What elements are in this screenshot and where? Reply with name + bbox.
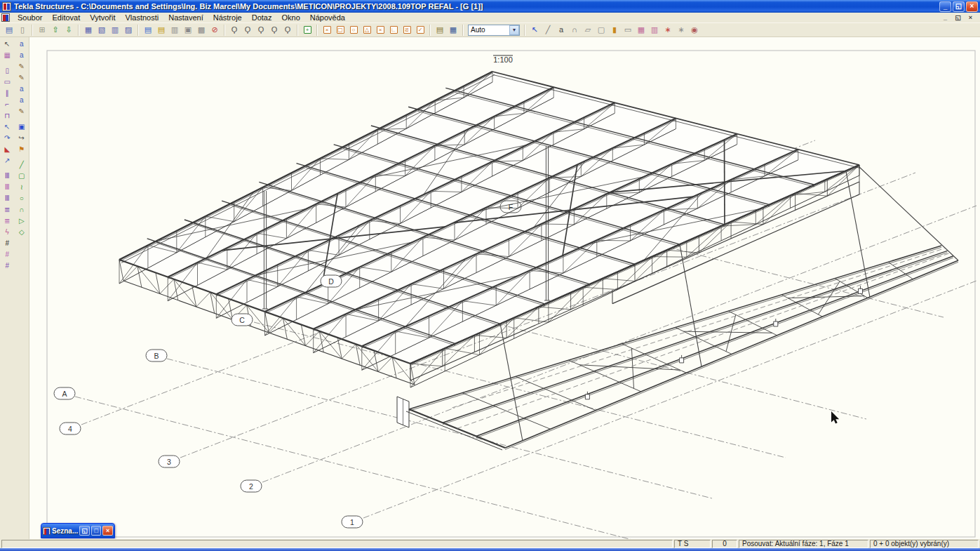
menu-nastaveni[interactable]: Nastavení (163, 13, 208, 23)
frame-tool-2-button[interactable]: ≣ (1, 215, 13, 227)
named-views-button[interactable]: ▤ (155, 24, 168, 36)
snap-perpendicular-button[interactable]: ∟ (387, 24, 400, 36)
select-columns-button[interactable]: ▮ (608, 24, 621, 36)
new-view-button[interactable]: ▤ (142, 24, 154, 36)
create-curved-beam-button[interactable]: ↷ (1, 133, 13, 144)
phase-manager-button[interactable]: ▯ (16, 24, 29, 36)
mdi-close-button[interactable]: × (965, 13, 976, 22)
create-twin-profile-button[interactable]: ∥ (1, 88, 13, 99)
export-button[interactable]: ⇩ (62, 24, 75, 36)
select-objects-button[interactable]: ▭ (622, 24, 634, 36)
pan-button[interactable]: + (301, 24, 314, 36)
select-planes-button[interactable]: ▱ (582, 24, 594, 36)
select-components-button[interactable]: ◉ (688, 24, 701, 36)
menu-dotaz[interactable]: Dotaz (247, 13, 277, 23)
menu-nastroje[interactable]: Nástroje (208, 13, 247, 23)
zoom-out-button[interactable]: Ϙ (241, 24, 254, 36)
purlin-tool-2-button[interactable]: Ⅲ (1, 182, 13, 193)
minimize-button[interactable]: _ (939, 1, 951, 12)
purlin-tool-1-button[interactable]: Ⅲ (1, 171, 13, 182)
menu-vlastnosti[interactable]: Vlastnosti (121, 13, 164, 23)
steel-part-tool-button[interactable]: ▣ (15, 121, 28, 133)
view-list-button[interactable]: ▥ (168, 24, 181, 36)
mark-tool-2-button[interactable]: ✎ (15, 72, 28, 84)
grid-tool-1-button[interactable]: # (1, 238, 13, 249)
menu-soubor[interactable]: Soubor (13, 13, 47, 23)
zoom-window-button[interactable]: Ϙ (255, 24, 267, 36)
select-all-button[interactable]: ↖ (528, 24, 541, 36)
purlin-tool-3-button[interactable]: Ⅲ (1, 193, 13, 204)
report-button[interactable]: ⊞ (36, 24, 48, 36)
select-welds-button[interactable]: ∗ (662, 24, 674, 36)
select-curves-button[interactable]: ∩ (568, 24, 581, 36)
zoom-previous-button[interactable]: Ϙ (268, 24, 281, 36)
draw-polyline-button[interactable]: ≀ (15, 182, 28, 193)
render-parts-button[interactable]: ▤ (434, 24, 446, 36)
create-polybeam-button[interactable]: ↖ (1, 121, 13, 133)
label-part-4-button[interactable]: a (15, 95, 28, 106)
model-view-area[interactable]: A B C D F 4 3 2 1 1:100 (29, 37, 980, 539)
mark-tool-1-button[interactable]: ✎ (15, 61, 28, 72)
mini-restore-button[interactable]: ◱ (79, 526, 90, 536)
label-part-1-button[interactable]: a (15, 39, 28, 50)
draw-circle-button[interactable]: ○ (15, 193, 28, 204)
draw-rectangle-button[interactable]: ▢ (15, 171, 28, 182)
menu-editovat[interactable]: Editovat (47, 13, 85, 23)
draw-line-button[interactable]: ╱ (15, 159, 28, 171)
snap-points-button[interactable]: × (321, 24, 333, 36)
mdi-minimize-button[interactable]: _ (940, 13, 951, 22)
snap-free-button[interactable]: ✓ (414, 24, 427, 36)
bolt-tool-button[interactable]: ϟ (1, 227, 13, 238)
menu-napoveda[interactable]: Nápověda (305, 13, 350, 23)
grid-tool-3-button[interactable]: # (1, 260, 13, 272)
jump-tool-button[interactable]: ↪ (15, 133, 28, 144)
zoom-original-button[interactable]: Ϙ (281, 24, 294, 36)
select-parts-button[interactable]: ╱ (542, 24, 554, 36)
draw-arc-button[interactable]: ∩ (15, 204, 28, 215)
select-tool-button[interactable]: ↖ (1, 39, 13, 50)
snap-intersection-button[interactable]: × (374, 24, 387, 36)
label-part-3-button[interactable]: a (15, 84, 28, 95)
minimized-list-window[interactable]: Sezna... ◱ □ × (41, 523, 115, 538)
snap-midpoint-button[interactable]: △ (361, 24, 373, 36)
create-slab-button[interactable]: ⊓ (1, 110, 13, 121)
mini-maximize-button[interactable]: □ (91, 526, 102, 536)
create-column-button[interactable]: ▯ (1, 65, 13, 77)
draw-polygon-button[interactable]: ▷ (15, 215, 28, 227)
area-select-tool-button[interactable]: ▦ (1, 50, 13, 61)
create-beam-button[interactable]: ▭ (1, 77, 13, 88)
restore-button[interactable]: ◱ (953, 1, 965, 12)
select-areas-button[interactable]: ▢ (595, 24, 608, 36)
draw-region-button[interactable]: ◇ (15, 227, 28, 238)
snap-endpoints-button[interactable]: ▢ (334, 24, 347, 36)
mark-tool-3-button[interactable]: ✎ (15, 106, 28, 117)
grid-properties-button[interactable]: ▧ (95, 24, 108, 36)
flag-tool-button[interactable]: ⚑ (15, 144, 28, 155)
menu-vytvorit[interactable]: Vytvořit (85, 13, 120, 23)
snap-extension-button[interactable]: Ƨ (401, 24, 413, 36)
frame-tool-1-button[interactable]: ≣ (1, 204, 13, 215)
create-contour-plate-button[interactable]: ⌐ (1, 99, 13, 110)
open-model-button[interactable]: ▤ (3, 24, 15, 36)
mini-close-button[interactable]: × (102, 526, 113, 536)
close-button[interactable]: × (966, 1, 978, 12)
select-grids-button[interactable]: ▦ (635, 24, 647, 36)
drawing-canvas[interactable]: A B C D F 4 3 2 1 1:100 (29, 37, 980, 539)
import-button[interactable]: ⇧ (49, 24, 62, 36)
zoom-in-button[interactable]: Ϙ (228, 24, 241, 36)
create-spiral-beam-button[interactable]: ↗ (1, 155, 13, 166)
mdi-restore-button[interactable]: ◱ (953, 13, 963, 22)
grid-line-button[interactable]: ▥ (109, 24, 121, 36)
create-grid-button[interactable]: ▦ (82, 24, 95, 36)
render-components-button[interactable]: ▦ (447, 24, 459, 36)
view-type-combo[interactable]: Auto▾ (468, 25, 520, 36)
view-3d-button[interactable]: ▩ (195, 24, 208, 36)
select-bolts-button[interactable]: ∗ (675, 24, 687, 36)
snap-center-button[interactable]: ○ (347, 24, 360, 36)
select-grid-lines-button[interactable]: ▥ (648, 24, 661, 36)
delete-view-button[interactable]: ⊘ (208, 24, 221, 36)
modify-grid-button[interactable]: ▨ (122, 24, 135, 36)
menu-okno[interactable]: Okno (276, 13, 304, 23)
basic-view-button[interactable]: ▣ (182, 24, 194, 36)
select-texts-button[interactable]: a (555, 24, 568, 36)
